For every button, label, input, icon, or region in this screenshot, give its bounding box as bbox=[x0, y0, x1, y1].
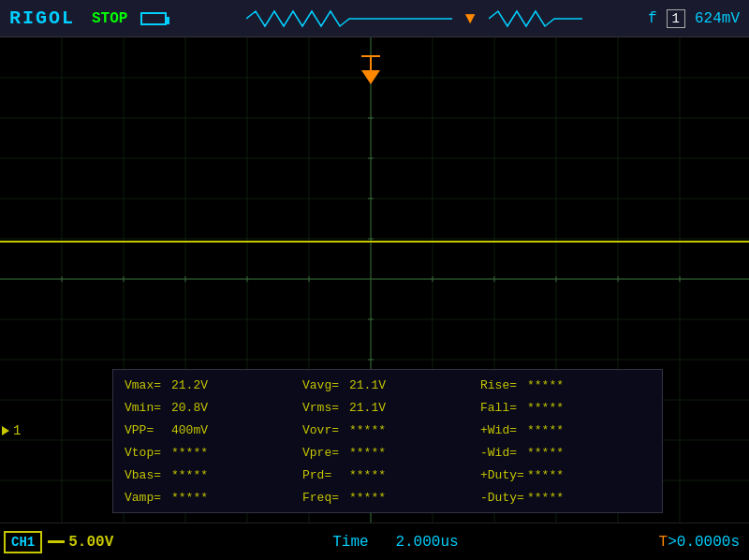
meas-vbas-label: Vbas= bbox=[125, 468, 171, 482]
svg-marker-44 bbox=[361, 70, 380, 84]
f-label: f bbox=[648, 10, 657, 27]
meas-vamp-value: ***** bbox=[171, 491, 208, 505]
meas-pwid: +Wid= ***** bbox=[477, 419, 654, 441]
trigger-wave-right bbox=[489, 9, 582, 28]
time-label: Time bbox=[332, 534, 368, 551]
meas-fall-label: Fall= bbox=[480, 401, 527, 415]
measurements-panel: Vmax= 21.2V Vavg= 21.1V Rise= ***** Vmin… bbox=[112, 369, 663, 513]
meas-pduty-value: ***** bbox=[527, 468, 564, 482]
time-value: 2.000us bbox=[395, 534, 458, 551]
meas-freq: Freq= ***** bbox=[299, 486, 477, 508]
meas-fall: Fall= ***** bbox=[477, 396, 654, 419]
meas-pwid-label: +Wid= bbox=[480, 423, 527, 437]
meas-rise-value: ***** bbox=[527, 378, 564, 392]
battery-icon bbox=[140, 12, 167, 25]
meas-vpre: Vpre= ***** bbox=[299, 441, 477, 464]
meas-nwid-label: -Wid= bbox=[480, 446, 527, 460]
meas-vmax: Vmax= 21.2V bbox=[121, 374, 299, 396]
meas-nwid-value: ***** bbox=[527, 446, 564, 460]
brand-logo: RIGOL bbox=[9, 7, 75, 29]
meas-vmax-label: Vmax= bbox=[125, 378, 171, 392]
meas-vrms: Vrms= 21.1V bbox=[299, 396, 477, 419]
meas-vpp-value: 400mV bbox=[171, 423, 208, 437]
meas-vpp: VPP= 400mV bbox=[121, 419, 299, 441]
status-stop: STOP bbox=[92, 10, 127, 27]
meas-vtop-label: Vtop= bbox=[125, 446, 171, 460]
meas-vovr-label: Vovr= bbox=[302, 423, 349, 437]
meas-nwid: -Wid= ***** bbox=[477, 441, 654, 464]
scope-area: 1 Vmax= 21.2V Vavg= 21.1V Rise= ***** Vm… bbox=[0, 37, 749, 523]
meas-vmax-value: 21.2V bbox=[171, 378, 208, 392]
meas-vrms-label: Vrms= bbox=[302, 401, 349, 415]
trigger-offset-value: >0.0000s bbox=[668, 534, 740, 551]
header-right-section: f 1 624mV bbox=[648, 9, 740, 28]
meas-pduty-label: +Duty= bbox=[480, 468, 527, 482]
meas-vovr: Vovr= ***** bbox=[299, 419, 477, 441]
meas-nduty-value: ***** bbox=[527, 491, 564, 505]
meas-vavg-label: Vavg= bbox=[302, 378, 349, 392]
trigger-position: T>0.0000s bbox=[659, 534, 740, 551]
trigger-wave-area: ▼ bbox=[180, 9, 648, 28]
trigger-t-label: T bbox=[659, 534, 668, 551]
channel-number: 1 bbox=[667, 9, 685, 28]
meas-pduty: +Duty= ***** bbox=[477, 464, 654, 486]
meas-vmin-value: 20.8V bbox=[171, 401, 208, 415]
meas-freq-value: ***** bbox=[349, 491, 386, 505]
meas-rise: Rise= ***** bbox=[477, 374, 654, 396]
meas-vamp: Vamp= ***** bbox=[121, 486, 299, 508]
ch1-line-symbol bbox=[48, 540, 65, 543]
meas-prd-label: Prd= bbox=[302, 468, 349, 482]
ch1-voltage-value: 5.00V bbox=[68, 534, 113, 551]
meas-vpre-label: Vpre= bbox=[302, 446, 349, 460]
svg-marker-48 bbox=[2, 426, 9, 435]
meas-vrms-value: 21.1V bbox=[349, 401, 386, 415]
ch1-indicator: CH1 5.00V bbox=[4, 531, 132, 553]
trigger-wave-left bbox=[246, 9, 452, 28]
status-bar: CH1 5.00V Time 2.000us T>0.0000s bbox=[0, 523, 749, 560]
meas-nduty: -Duty= ***** bbox=[477, 486, 654, 508]
meas-pwid-value: ***** bbox=[527, 423, 564, 437]
meas-vavg-value: 21.1V bbox=[349, 378, 386, 392]
meas-freq-label: Freq= bbox=[302, 491, 349, 505]
meas-vpre-value: ***** bbox=[349, 446, 386, 460]
time-display: Time 2.000us bbox=[132, 534, 658, 551]
meas-vbas-value: ***** bbox=[171, 468, 208, 482]
trigger-arrow-icon: ▼ bbox=[465, 9, 476, 28]
meas-prd-value: ***** bbox=[349, 468, 386, 482]
meas-vtop: Vtop= ***** bbox=[121, 441, 299, 464]
ch1-label: CH1 bbox=[4, 531, 42, 553]
meas-rise-label: Rise= bbox=[480, 378, 527, 392]
meas-vamp-label: Vamp= bbox=[125, 491, 171, 505]
meas-nduty-label: -Duty= bbox=[480, 491, 527, 505]
meas-vtop-value: ***** bbox=[171, 446, 208, 460]
meas-prd: Prd= ***** bbox=[299, 464, 477, 486]
svg-text:1: 1 bbox=[13, 423, 21, 438]
meas-vpp-label: VPP= bbox=[125, 423, 171, 437]
meas-fall-value: ***** bbox=[527, 401, 564, 415]
trigger-voltage-display: 624mV bbox=[695, 10, 740, 27]
meas-vavg: Vavg= 21.1V bbox=[299, 374, 477, 396]
meas-vmin: Vmin= 20.8V bbox=[121, 396, 299, 419]
meas-vmin-label: Vmin= bbox=[125, 401, 171, 415]
header-bar: RIGOL STOP ▼ f 1 624mV bbox=[0, 0, 749, 37]
meas-vbas: Vbas= ***** bbox=[121, 464, 299, 486]
meas-vovr-value: ***** bbox=[349, 423, 386, 437]
